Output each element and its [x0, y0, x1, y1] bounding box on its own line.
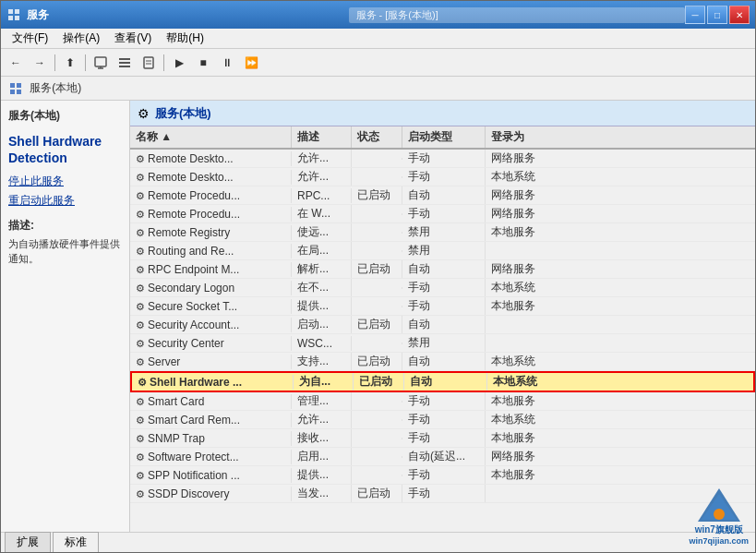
service-logon-cell: 本地服务: [486, 297, 755, 315]
col-header-name[interactable]: 名称 ▲: [130, 126, 292, 148]
service-status-cell: [352, 306, 402, 307]
watermark-text: win7旗舰版: [695, 523, 743, 536]
main-window: 服务 服务 - [服务(本地)] ─ □ ✕ 文件(F) 操作(A) 查看(V)…: [0, 0, 756, 553]
service-name-cell: ⚙Security Account...: [130, 318, 292, 332]
service-logon-cell: 网络服务: [486, 186, 755, 204]
service-status-cell: [352, 456, 402, 458]
service-startup-cell: 自动: [402, 186, 486, 204]
tab-standard[interactable]: 标准: [53, 532, 99, 552]
col-header-startup[interactable]: 启动类型: [402, 126, 486, 148]
service-desc-cell: 允许...: [292, 150, 352, 167]
table-row[interactable]: ⚙Remote Registry使远...禁用本地服务: [130, 223, 755, 242]
service-name-cell: ⚙RPC Endpoint M...: [130, 262, 292, 277]
service-name: Shell Hardware Detection: [8, 133, 122, 166]
table-row[interactable]: ⚙Smart Card管理...手动本地服务: [130, 392, 755, 411]
maximize-button[interactable]: □: [707, 6, 727, 24]
restart-service-link[interactable]: 重启动此服务: [8, 193, 122, 209]
service-desc-cell: 允许...: [292, 411, 352, 428]
minimize-button[interactable]: ─: [685, 6, 705, 24]
right-header: ⚙ 服务(本地): [130, 101, 755, 126]
service-startup-cell: 手动: [402, 168, 486, 186]
table-row[interactable]: ⚙RPC Endpoint M...解析...已启动自动网络服务: [130, 260, 755, 279]
main-layout: 服务(本地) Shell Hardware Detection 停止此服务 重启…: [1, 101, 755, 532]
show-console-button[interactable]: [90, 53, 112, 73]
table-row[interactable]: ⚙Remote Deskto...允许...手动本地系统: [130, 168, 755, 186]
restart-button[interactable]: ⏩: [240, 53, 262, 73]
service-status-cell: [352, 475, 402, 476]
service-name-cell: ⚙Smart Card Rem...: [130, 413, 292, 427]
table-row[interactable]: ⚙SPP Notification ...提供...手动本地服务: [130, 466, 755, 485]
service-desc-cell: 启动...: [292, 316, 352, 333]
table-row[interactable]: ⚙SSDP Discovery当发...已启动手动: [130, 485, 755, 503]
table-row[interactable]: ⚙Remote Procedu...RPC...已启动自动网络服务: [130, 186, 755, 205]
service-name-cell: ⚙SPP Notification ...: [130, 468, 292, 483]
service-status-cell: [352, 287, 402, 289]
service-startup-cell: 手动: [402, 279, 486, 296]
service-name-cell: ⚙Remote Deskto...: [130, 170, 292, 185]
stop-service-link[interactable]: 停止此服务: [8, 174, 122, 189]
table-row[interactable]: ⚙Remote Deskto...允许...手动网络服务: [130, 150, 755, 168]
service-status-cell: [352, 419, 402, 421]
service-status-cell: 已启动: [352, 186, 402, 204]
service-status-cell: [352, 401, 402, 403]
play-button[interactable]: ▶: [168, 53, 190, 73]
service-name-cell: ⚙Server: [130, 355, 292, 369]
window-icon: [6, 7, 21, 22]
properties-button[interactable]: [138, 53, 160, 73]
service-desc-cell: 在 W...: [292, 205, 352, 222]
table-row[interactable]: ⚙Security Account...启动...已启动自动: [130, 316, 755, 334]
service-logon-cell: 网络服务: [486, 150, 755, 167]
pause-button[interactable]: ⏸: [216, 53, 238, 73]
service-desc-cell: 提供...: [292, 297, 352, 315]
col-header-desc[interactable]: 描述: [292, 126, 352, 148]
close-button[interactable]: ✕: [729, 6, 750, 24]
services-table[interactable]: 名称 ▲ 描述 状态 启动类型 登录为 ⚙Remote Deskto...允许.…: [130, 126, 755, 532]
service-logon-cell: 本地系统: [486, 411, 755, 428]
services-icon: ⚙: [138, 106, 150, 121]
menu-help[interactable]: 帮助(H): [159, 29, 211, 48]
bottom-tabs: 扩展 标准: [1, 532, 755, 552]
table-row[interactable]: ⚙Remote Procedu...在 W...手动网络服务: [130, 205, 755, 223]
service-name-cell: ⚙Remote Procedu...: [130, 188, 292, 203]
service-status-cell: [352, 158, 402, 160]
back-button[interactable]: ←: [5, 53, 27, 73]
service-desc-cell: 在不...: [292, 279, 352, 296]
svg-point-19: [714, 509, 725, 520]
service-status-cell: [352, 213, 402, 215]
table-row[interactable]: ⚙Security CenterWSC...禁用: [130, 334, 755, 353]
service-startup-cell: 禁用: [402, 242, 486, 259]
col-header-status[interactable]: 状态: [352, 126, 402, 148]
table-row[interactable]: ⚙Shell Hardware ...为自...已启动自动本地系统: [130, 371, 755, 392]
toolbar: ← → ⬆ ▶ ■ ⏸ ⏩: [1, 49, 755, 77]
table-row[interactable]: ⚙Software Protect...启用...自动(延迟...网络服务: [130, 448, 755, 466]
svg-rect-7: [119, 58, 130, 60]
service-logon-cell: [486, 324, 755, 326]
service-startup-cell: 自动: [402, 353, 486, 370]
service-logon-cell: 本地服务: [486, 429, 755, 447]
service-startup-cell: 手动: [402, 429, 486, 447]
table-row[interactable]: ⚙SNMP Trap接收...手动本地服务: [130, 429, 755, 448]
tab-extend[interactable]: 扩展: [5, 532, 51, 552]
menu-file[interactable]: 文件(F): [5, 29, 55, 48]
up-button[interactable]: ⬆: [59, 53, 81, 73]
service-startup-cell: 手动: [402, 392, 486, 410]
service-status-cell: [352, 176, 402, 178]
table-header: 名称 ▲ 描述 状态 启动类型 登录为: [130, 126, 755, 150]
col-header-logon[interactable]: 登录为: [486, 126, 755, 148]
service-name-cell: ⚙Secondary Logon: [130, 281, 292, 295]
table-row[interactable]: ⚙Server支持...已启动自动本地系统: [130, 353, 755, 371]
service-name-cell: ⚙SSDP Discovery: [130, 487, 292, 501]
show-list-button[interactable]: [114, 53, 136, 73]
table-row[interactable]: ⚙Secure Socket T...提供...手动本地服务: [130, 297, 755, 316]
stop-button[interactable]: ■: [192, 53, 214, 73]
table-row[interactable]: ⚙Secondary Logon在不...手动本地系统: [130, 279, 755, 297]
service-startup-cell: 禁用: [402, 334, 486, 352]
service-desc-cell: 使远...: [292, 223, 352, 241]
menu-action[interactable]: 操作(A): [55, 29, 107, 48]
forward-button[interactable]: →: [29, 53, 51, 73]
table-row[interactable]: ⚙Smart Card Rem...允许...手动本地系统: [130, 411, 755, 429]
service-status-cell: 已启动: [354, 373, 404, 391]
service-logon-cell: 本地服务: [486, 392, 755, 410]
menu-view[interactable]: 查看(V): [107, 29, 159, 48]
table-row[interactable]: ⚙Routing and Re...在局...禁用: [130, 242, 755, 260]
